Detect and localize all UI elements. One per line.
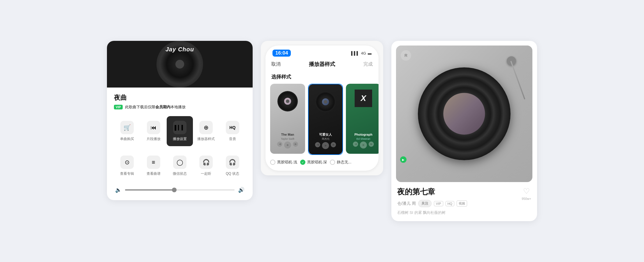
hq-tag: HQ	[446, 201, 455, 206]
play-pause-button[interactable]: ▶	[400, 156, 407, 163]
card1-header: Jay Chou	[107, 41, 253, 88]
style-card-light-inner: The Man Taylor Swift ◁ ▷ ▷	[270, 84, 305, 154]
volume-max-icon: 🔊	[238, 187, 244, 193]
radio-dark[interactable]: 黑胶唱机·深	[300, 160, 327, 165]
main-container: Jay Chou 夜曲 VIP 此歌曲下载后仅限会员期内本地播放 🛒 单曲购买 …	[107, 41, 537, 221]
ctrl-prev[interactable]: ◁	[277, 142, 282, 147]
ctrl-prev-green[interactable]: ◁	[353, 142, 358, 147]
qq-icon: 🎧	[226, 156, 239, 169]
vip-description: 此歌曲下载后仅限会员期内本地播放	[125, 104, 186, 110]
segment-icon: ⏮	[147, 121, 160, 134]
tonearm	[478, 56, 516, 138]
style-card-green-controls: ◁ ▷ ▷	[346, 142, 379, 149]
style-icon: ⊕	[199, 121, 213, 134]
action-wechat-status[interactable]: ◯ 微信状态	[167, 151, 193, 181]
card-player-settings: Jay Chou 夜曲 VIP 此歌曲下载后仅限会员期内本地播放 🛒 单曲购买 …	[107, 41, 253, 200]
quality-label: 音质	[229, 137, 236, 142]
video-tag: 视频	[457, 200, 467, 207]
radio-dark-circle[interactable]	[300, 160, 305, 165]
style-card-dark-title: 可爱女人	[309, 132, 342, 137]
buy-label: 单曲购买	[120, 137, 134, 142]
ctrl-play-green[interactable]: ▷	[360, 142, 367, 149]
love-icon[interactable]: ♡	[523, 187, 530, 196]
volume-thumb[interactable]	[172, 188, 177, 192]
ctrl-prev-dark[interactable]: ◁	[315, 142, 320, 147]
card-now-playing: R ▶ 夜的第七章 仓/潘儿 周 关注 VIP HQ 视频 石榴树 S	[391, 41, 537, 221]
style-card-dark-controls: ◁ ▷ ▷	[309, 142, 342, 149]
ctrl-play-dark[interactable]: ▷	[322, 142, 329, 149]
quality-icon: HQ	[226, 121, 239, 134]
battery-icon: ▬	[368, 51, 372, 55]
radio-static-circle[interactable]	[330, 160, 335, 165]
radio-light[interactable]: 黑胶唱机·浅	[270, 160, 297, 165]
phone-status-bar: 16:04 ▌▌▌ 4G ▬	[265, 46, 379, 58]
done-button[interactable]: 完成	[363, 61, 373, 67]
style-label: 播放器样式	[197, 137, 215, 142]
card-player-style-selector: 16:04 ▌▌▌ 4G ▬ 取消 播放器样式 完成 选择样式	[261, 41, 383, 175]
wechat-icon: ◯	[173, 156, 186, 169]
love-count: 950w+	[522, 197, 531, 200]
settings-label: 播放设置	[173, 137, 187, 142]
style-card-light[interactable]: The Man Taylor Swift ◁ ▷ ▷	[270, 84, 305, 155]
style-card-green[interactable]: X Photograph Ed Sheeran ◁ ▷ ▷	[346, 84, 379, 155]
style-card-green-artist: Ed Sheeran	[346, 137, 379, 140]
love-section: ♡ 950w+	[522, 187, 531, 200]
action-qq-status[interactable]: 🎧 QQ 状态	[219, 151, 246, 181]
action-listen-together[interactable]: 🎧 一起听	[193, 151, 219, 181]
action-segment-play[interactable]: ⏮ 片段播放	[140, 116, 166, 146]
radio-dark-label: 黑胶唱机·深	[307, 160, 327, 165]
radio-light-label: 黑胶唱机·浅	[277, 160, 297, 165]
action-play-settings[interactable]: ▌▎▍ 播放设置	[167, 116, 193, 146]
arm-rod	[510, 61, 525, 100]
player-logo: R	[401, 50, 411, 61]
card3-player-wrapper: R ▶	[391, 46, 537, 182]
settings-icon: ▌▎▍	[173, 121, 186, 134]
buy-icon: 🛒	[120, 121, 134, 134]
action-quality[interactable]: HQ 音质	[219, 116, 246, 146]
card3-lyrics: 石榴树 SI 的雾 飘向杜薇的树	[397, 210, 518, 215]
vip-badge: VIP	[114, 105, 123, 109]
style-card-dark[interactable]: 可爱女人 周杰伦 ◁ ▷ ▷	[308, 84, 343, 155]
style-card-dark-artist: 周杰伦	[309, 137, 342, 141]
vip-row: VIP 此歌曲下载后仅限会员期内本地播放	[114, 104, 246, 110]
style-card-green-art: X	[355, 90, 372, 107]
lyrics-label: 查看曲谱	[147, 171, 161, 176]
together-icon: 🎧	[199, 156, 213, 169]
radio-light-circle[interactable]	[270, 160, 275, 165]
radio-static-label: 静态无...	[337, 160, 351, 165]
action-buy-single[interactable]: 🛒 单曲购买	[114, 116, 140, 146]
card3-body: 夜的第七章 仓/潘儿 周 关注 VIP HQ 视频 石榴树 SI 的雾 飘向杜薇…	[391, 182, 537, 221]
phone-status-icons: ▌▌▌ 4G ▬	[351, 51, 372, 55]
action-view-album[interactable]: ⊙ 查看专辑	[114, 151, 140, 181]
qq-label: QQ 状态	[226, 171, 239, 176]
cancel-button[interactable]: 取消	[271, 61, 281, 67]
volume-track[interactable]	[125, 189, 235, 191]
ctrl-next-green[interactable]: ▷	[369, 142, 374, 147]
action-view-lyrics[interactable]: ≡ 查看曲谱	[140, 151, 166, 181]
phone-navbar: 取消 播放器样式 完成	[265, 58, 379, 71]
song-info: 夜的第七章 仓/潘儿 周 关注 VIP HQ 视频 石榴树 SI 的雾 飘向杜薇…	[397, 187, 518, 215]
choose-style-label: 选择样式	[265, 71, 379, 84]
action-player-style[interactable]: ⊕ 播放器样式	[193, 116, 219, 146]
style-card-light-controls: ◁ ▷ ▷	[270, 142, 305, 149]
radio-static[interactable]: 静态无...	[330, 160, 351, 165]
album-label: 查看专辑	[120, 171, 134, 176]
action-grid-row1: 🛒 单曲购买 ⏮ 片段播放 ▌▎▍ 播放设置 ⊕ 播放器样式 HQ 音质	[114, 116, 246, 146]
vinyl-dark	[315, 92, 336, 112]
vinyl-light	[277, 91, 298, 111]
ctrl-next-dark[interactable]: ▷	[331, 142, 336, 147]
volume-control: 🔈 🔊	[114, 187, 246, 193]
follow-button[interactable]: 关注	[418, 200, 432, 207]
radio-options-row: 黑胶唱机·浅 黑胶唱机·深 静态无...	[265, 160, 379, 171]
ctrl-play[interactable]: ▷	[284, 142, 291, 149]
album-icon: ⊙	[120, 156, 134, 169]
vip-tag: VIP	[434, 201, 443, 206]
card3-meta: 仓/潘儿 周 关注 VIP HQ 视频	[397, 200, 518, 207]
volume-min-icon: 🔈	[115, 187, 122, 193]
card3-artist: 仓/潘儿 周	[397, 201, 416, 206]
ctrl-next[interactable]: ▷	[293, 142, 298, 147]
phone-frame: 16:04 ▌▌▌ 4G ▬ 取消 播放器样式 完成 选择样式	[265, 46, 379, 171]
signal-icon: ▌▌▌	[351, 51, 359, 55]
song-title: 夜曲	[114, 93, 246, 102]
lyrics-icon: ≡	[147, 156, 160, 169]
